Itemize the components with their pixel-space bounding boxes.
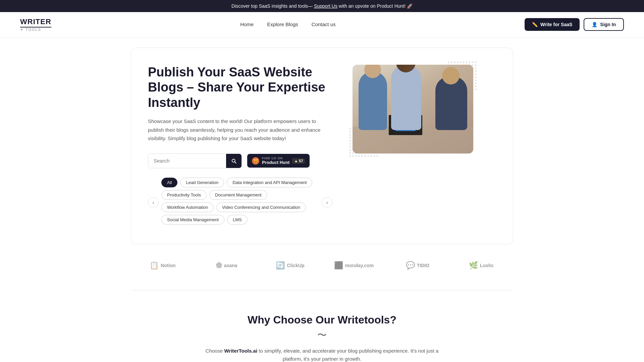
hero-illustration — [353, 65, 473, 154]
banner-link[interactable]: Support Us — [314, 3, 337, 9]
person-2-head — [396, 65, 416, 72]
why-section: Why Choose Our Writetools? 〜 Choose Writ… — [131, 300, 513, 362]
search-row: 🐱 FIND US ON Product Hunt ▲ 57 — [148, 154, 332, 168]
category-productivity-tools[interactable]: Productivity Tools — [161, 190, 207, 200]
brand-asana: ⬟ asana — [195, 258, 258, 273]
notion-label: Notion — [161, 263, 175, 268]
hero-content: Publish Your SaaS Website Blogs – Share … — [148, 65, 332, 227]
category-data-integration[interactable]: Data Integration and API Management — [227, 178, 312, 187]
hero-image-wrapper — [353, 65, 473, 154]
person-2-body — [391, 65, 421, 130]
category-all[interactable]: All — [161, 178, 177, 187]
write-for-saas-button[interactable]: ✏️ Write for SaaS — [525, 18, 580, 31]
brands-row: 📋 Notion ⬟ asana 🔄 ClickUp ⬛ monday.com — [131, 251, 513, 280]
why-desc-start: Choose — [206, 348, 224, 354]
top-banner: Discover top SaaS insights and tools— Su… — [0, 0, 644, 12]
prev-category-arrow[interactable]: ‹ — [148, 197, 159, 208]
brand-monday: ⬛ monday.com — [322, 258, 386, 273]
tilde-decoration: 〜 — [131, 329, 513, 342]
notion-icon: 📋 — [150, 261, 159, 270]
search-button[interactable] — [226, 154, 241, 168]
category-row-2: Workflow Automation Video Conferencing a… — [161, 202, 319, 225]
why-title: Why Choose Our Writetools? — [131, 314, 513, 326]
category-video-conferencing[interactable]: Video Conferencing and Communication — [216, 202, 306, 212]
lushc-icon: 🌿 — [469, 261, 478, 270]
why-desc-end: to simplify, elevate, and accelerate you… — [257, 348, 438, 362]
clickup-icon: 🔄 — [276, 261, 285, 270]
next-category-arrow[interactable]: › — [322, 197, 332, 208]
search-input[interactable] — [148, 154, 226, 168]
logo-sub: ✦ Tools — [20, 27, 41, 32]
category-lms[interactable]: LMS — [227, 215, 248, 225]
user-icon: 👤 — [592, 22, 597, 27]
product-hunt-badge[interactable]: 🐱 FIND US ON Product Hunt ▲ 57 — [247, 154, 310, 168]
product-hunt-icon: 🐱 — [252, 157, 259, 165]
brand-notion: 📋 Notion — [131, 258, 195, 273]
nav-explore-blogs[interactable]: Explore Blogs — [267, 21, 298, 27]
monday-label: monday.com — [345, 263, 374, 268]
tidio-label: TIDIO — [417, 263, 429, 268]
search-box — [148, 154, 242, 168]
category-social-media[interactable]: Social Media Management — [161, 215, 224, 225]
product-hunt-text: FIND US ON Product Hunt — [262, 157, 289, 165]
category-workflow-automation[interactable]: Workflow Automation — [161, 202, 214, 212]
nav-actions: ✏️ Write for SaaS 👤 Sign In — [525, 18, 624, 31]
brand-tidio: 💬 TIDIO — [386, 258, 449, 273]
brand-name-highlight: WriterTools.ai — [224, 348, 257, 354]
logo: WRITER ✦ Tools — [20, 17, 51, 32]
banner-suffix: with an upvote on Product Hunt! 🚀 — [339, 3, 413, 9]
banner-text: Discover top SaaS insights and tools— — [231, 3, 313, 9]
nav-links: Home Explore Blogs Contact us — [240, 21, 335, 27]
navbar: WRITER ✦ Tools Home Explore Blogs Contac… — [0, 12, 644, 38]
why-description: Choose WriterTools.ai to simplify, eleva… — [205, 347, 439, 362]
brand-lushc: 🌿 Lushc — [449, 258, 513, 273]
asana-label: asana — [224, 263, 237, 268]
logo-main: WRITER — [20, 17, 51, 26]
category-document-management[interactable]: Document Management — [209, 190, 267, 200]
pencil-icon: ✏️ — [532, 22, 538, 27]
hero-description: Showcase your SaaS content to the world!… — [148, 117, 332, 143]
clickup-label: ClickUp — [287, 263, 304, 268]
category-section: ‹ All Lead Generation Data Integration a… — [148, 178, 332, 227]
person-3-head — [442, 67, 460, 84]
asana-icon: ⬟ — [216, 261, 222, 270]
hero-section: Publish Your SaaS Website Blogs – Share … — [131, 48, 513, 244]
main-content: Publish Your SaaS Website Blogs – Share … — [121, 48, 523, 362]
person-1-head — [364, 65, 381, 78]
hero-title: Publish Your SaaS Website Blogs – Share … — [148, 65, 332, 111]
category-tags: All Lead Generation Data Integration and… — [161, 178, 319, 227]
person-1-body — [359, 71, 387, 130]
nav-contact[interactable]: Contact us — [312, 21, 336, 27]
nav-home[interactable]: Home — [240, 21, 254, 27]
lushc-label: Lushc — [480, 263, 494, 268]
hero-image — [353, 65, 473, 154]
divider — [131, 290, 513, 290]
monday-icon: ⬛ — [334, 261, 343, 270]
category-row-1: All Lead Generation Data Integration and… — [161, 178, 319, 200]
sign-in-button[interactable]: 👤 Sign In — [584, 18, 624, 31]
tidio-icon: 💬 — [406, 261, 415, 270]
search-icon — [231, 158, 237, 164]
brand-clickup: 🔄 ClickUp — [258, 258, 322, 273]
product-hunt-count: ▲ 57 — [292, 158, 305, 164]
category-lead-generation[interactable]: Lead Generation — [180, 178, 224, 187]
person-3-body — [435, 76, 467, 130]
